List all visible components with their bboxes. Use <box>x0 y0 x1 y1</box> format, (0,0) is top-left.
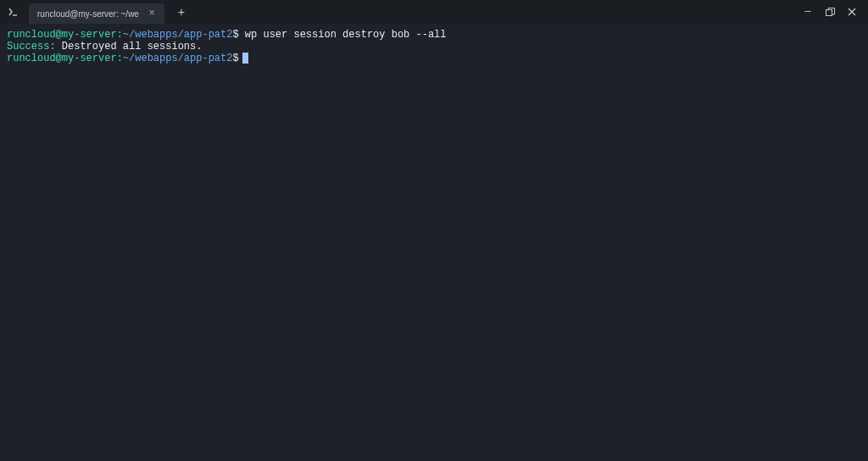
prompt-sep: : <box>117 29 123 41</box>
tab-active[interactable]: runcloud@my-server: ~/webapps/a × <box>29 3 164 24</box>
tab-title: runcloud@my-server: ~/webapps/a <box>37 9 139 19</box>
success-message: Destroyed all sessions. <box>56 41 203 53</box>
close-icon[interactable]: × <box>146 8 158 19</box>
maximize-icon[interactable] <box>824 6 836 18</box>
terminal-body[interactable]: runcloud@my-server:~/webapps/app-pat2$ w… <box>0 24 868 69</box>
new-tab-button[interactable]: + <box>171 3 192 23</box>
terminal-line: Success: Destroyed all sessions. <box>7 41 861 53</box>
command-text: wp user session destroy bob --all <box>239 29 447 41</box>
prompt-user: runcloud@my-server <box>7 53 117 64</box>
success-label: Success: <box>7 41 56 53</box>
prompt-dollar: $ <box>232 53 238 64</box>
window-close-icon[interactable] <box>846 6 858 18</box>
cursor <box>242 53 248 64</box>
prompt-path: ~/webapps/app-pat2 <box>123 29 233 41</box>
terminal-line: runcloud@my-server:~/webapps/app-pat2$ <box>7 53 861 64</box>
prompt-sep: : <box>117 53 123 64</box>
prompt-path: ~/webapps/app-pat2 <box>123 53 233 64</box>
terminal-line: runcloud@my-server:~/webapps/app-pat2$ w… <box>7 29 861 41</box>
window-titlebar: runcloud@my-server: ~/webapps/a × + — <box>0 0 868 24</box>
prompt-dollar: $ <box>232 29 238 41</box>
minimize-icon[interactable]: — <box>802 6 814 18</box>
svg-rect-1 <box>826 9 832 15</box>
window-controls: — <box>802 6 866 18</box>
prompt-user: runcloud@my-server <box>7 29 117 41</box>
terminal-icon <box>2 0 25 24</box>
